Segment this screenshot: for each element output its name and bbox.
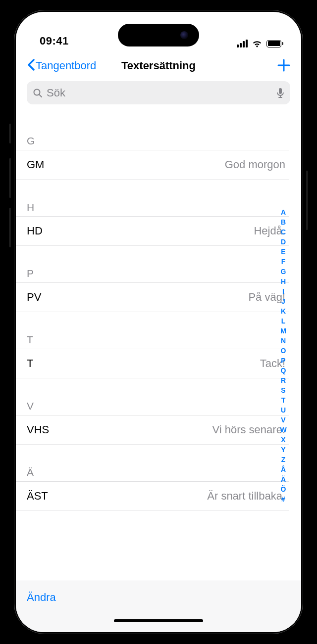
bottom-toolbar: Ändra xyxy=(16,581,301,613)
index-letter[interactable]: S xyxy=(281,385,285,395)
status-icons xyxy=(237,40,283,47)
list-item[interactable]: PV På väg! xyxy=(16,283,289,312)
index-letter[interactable]: X xyxy=(281,435,285,445)
index-letter[interactable]: K xyxy=(281,306,286,316)
index-letter[interactable]: G xyxy=(281,267,286,276)
index-letter[interactable]: F xyxy=(281,257,286,267)
nav-bar: Tangentbord Textersättning xyxy=(16,50,301,81)
list-item[interactable]: VHS Vi hörs senare. xyxy=(16,415,289,445)
cellular-signal-icon xyxy=(237,40,248,47)
section-header: G xyxy=(16,133,289,150)
index-letter[interactable]: L xyxy=(281,316,286,326)
index-letter[interactable]: T xyxy=(281,395,286,405)
index-letter[interactable]: P xyxy=(281,356,285,366)
dynamic-island xyxy=(118,24,199,46)
shortcut-text: ÄST xyxy=(27,490,48,503)
index-letter[interactable]: N xyxy=(281,336,286,346)
index-letter[interactable]: J xyxy=(281,296,285,306)
shortcut-text: VHS xyxy=(27,423,49,436)
index-letter[interactable]: E xyxy=(281,247,285,257)
shortcut-text: T xyxy=(27,357,33,370)
status-time: 09:41 xyxy=(40,35,69,47)
list-item[interactable]: GM God morgon xyxy=(16,150,289,180)
phrase-text: Vi hörs senare. xyxy=(212,423,285,436)
list-item[interactable]: T Tack! xyxy=(16,349,289,378)
section-header: V xyxy=(16,398,289,415)
battery-icon xyxy=(266,40,283,47)
section-index-bar[interactable]: ABCDEFGHIJKLMNOPQRSTUVWXYZÅÄÖ# xyxy=(278,207,288,504)
plus-icon xyxy=(277,55,290,76)
add-button[interactable] xyxy=(277,57,290,75)
index-letter[interactable]: Q xyxy=(281,366,286,375)
svg-rect-2 xyxy=(279,88,282,94)
list-item[interactable]: ÄST Är snart tillbaka. xyxy=(16,482,289,511)
index-letter[interactable]: A xyxy=(281,207,286,217)
index-letter[interactable]: V xyxy=(281,415,285,425)
search-input[interactable]: Sök xyxy=(27,81,290,104)
index-letter[interactable]: Å xyxy=(281,464,286,474)
section-header: H xyxy=(16,199,289,217)
phone-frame: 09:41 xyxy=(11,7,306,637)
phrase-text: God morgon xyxy=(225,158,285,171)
index-letter[interactable]: D xyxy=(281,237,286,247)
back-button[interactable]: Tangentbord xyxy=(27,59,96,73)
wifi-icon xyxy=(252,40,263,47)
section-header: P xyxy=(16,266,289,283)
section-header: Ä xyxy=(16,464,289,482)
back-label: Tangentbord xyxy=(36,59,96,72)
index-letter[interactable]: O xyxy=(281,346,286,356)
home-indicator-area xyxy=(16,613,301,632)
screen: 09:41 xyxy=(16,12,301,632)
index-letter[interactable]: C xyxy=(281,227,286,237)
index-letter[interactable]: # xyxy=(281,494,285,504)
search-placeholder: Sök xyxy=(47,87,272,99)
content-list[interactable]: G GM God morgon H HD Hejdå. P PV På väg! xyxy=(16,109,301,581)
section-header: T xyxy=(16,332,289,349)
index-letter[interactable]: I xyxy=(282,286,284,296)
index-letter[interactable]: B xyxy=(281,217,286,227)
index-letter[interactable]: R xyxy=(281,375,286,385)
index-letter[interactable]: Y xyxy=(281,445,285,455)
index-letter[interactable]: M xyxy=(280,326,286,336)
index-letter[interactable]: Ä xyxy=(281,474,286,484)
shortcut-text: GM xyxy=(27,158,44,171)
index-letter[interactable]: Z xyxy=(281,455,286,464)
index-letter[interactable]: W xyxy=(280,425,286,435)
chevron-left-icon xyxy=(27,59,35,73)
page-title: Textersättning xyxy=(121,59,196,72)
home-indicator[interactable] xyxy=(114,619,203,622)
list-item[interactable]: HD Hejdå. xyxy=(16,217,289,246)
microphone-icon[interactable] xyxy=(276,88,284,98)
index-letter[interactable]: Ö xyxy=(281,484,286,494)
index-letter[interactable]: U xyxy=(281,405,286,415)
phrase-text: Är snart tillbaka. xyxy=(207,490,285,503)
edit-button[interactable]: Ändra xyxy=(27,591,56,604)
svg-line-1 xyxy=(39,94,42,97)
shortcut-text: HD xyxy=(27,225,43,237)
index-letter[interactable]: H xyxy=(281,276,286,286)
shortcut-text: PV xyxy=(27,291,41,304)
front-camera xyxy=(180,31,188,39)
search-icon xyxy=(33,88,43,98)
